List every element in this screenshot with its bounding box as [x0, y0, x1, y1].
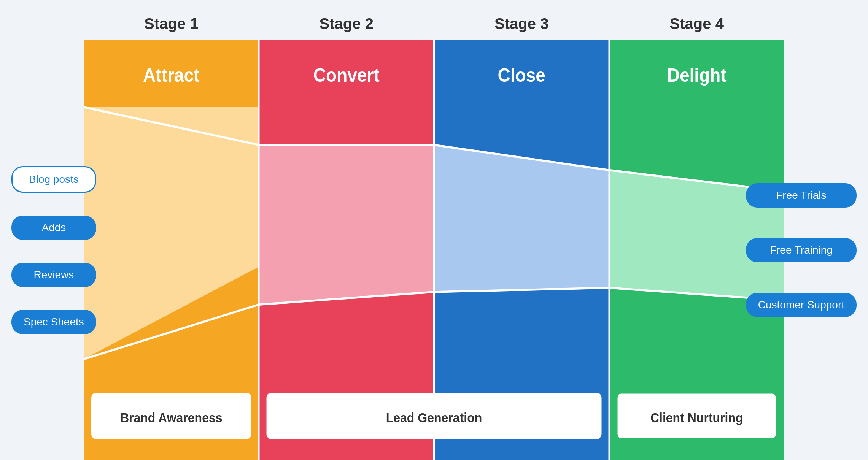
svg-text:Client Nurturing: Client Nurturing [650, 410, 743, 425]
spec-sheets-button[interactable]: Spec Sheets [11, 310, 96, 334]
right-buttons: Free Trials Free Training Customer Suppo… [746, 40, 857, 460]
stage-headers: Stage 1 Stage 2 Stage 3 Stage 4 [0, 0, 868, 32]
free-trials-button[interactable]: Free Trials [746, 183, 857, 208]
svg-text:Convert: Convert [313, 64, 380, 86]
svg-marker-3 [259, 145, 434, 305]
svg-text:Close: Close [498, 64, 545, 86]
svg-text:Attract: Attract [143, 64, 199, 86]
customer-support-button[interactable]: Customer Support [746, 293, 857, 317]
svg-text:Brand Awareness: Brand Awareness [120, 410, 223, 425]
svg-text:Lead Generation: Lead Generation [386, 410, 482, 425]
funnel-diagram: Attract Convert Close Delight Brand Awar… [84, 40, 784, 460]
left-buttons: Blog posts Adds Reviews Spec Sheets [11, 40, 96, 460]
adds-button[interactable]: Adds [11, 216, 96, 240]
free-training-button[interactable]: Free Training [746, 238, 857, 262]
stage-3-header: Stage 3 [434, 15, 609, 32]
stage-1-header: Stage 1 [84, 15, 259, 32]
stage-2-header: Stage 2 [259, 15, 434, 32]
blog-posts-button[interactable]: Blog posts [11, 166, 96, 193]
svg-text:Delight: Delight [667, 64, 727, 86]
stage-4-header: Stage 4 [609, 15, 785, 32]
diagram-area: Blog posts Adds Reviews Spec Sheets Free… [0, 40, 868, 460]
main-container: Stage 1 Stage 2 Stage 3 Stage 4 Blog pos… [0, 0, 868, 460]
reviews-button[interactable]: Reviews [11, 263, 96, 287]
